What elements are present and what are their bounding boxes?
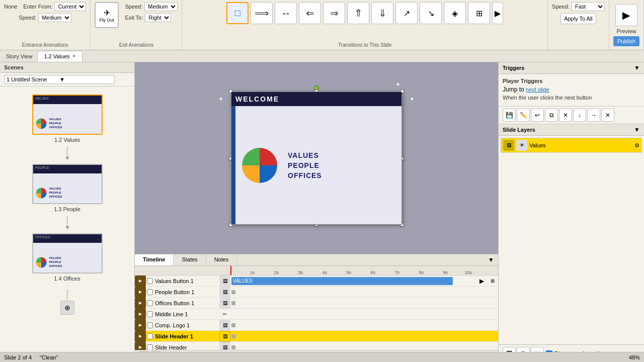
action-down-button[interactable]: ↓ xyxy=(573,109,586,122)
row-end-1[interactable]: ⊞ xyxy=(487,278,498,284)
scene-dropdown[interactable]: 1 Untitled Scene ▼ xyxy=(4,75,115,84)
action-undo-button[interactable]: ↩ xyxy=(531,109,544,122)
scene-list: VALUES VALUESPEOPLEOFFICES 1.2 Val xyxy=(0,86,134,362)
row-track-4[interactable] xyxy=(230,309,476,320)
row-track-7[interactable] xyxy=(230,342,476,350)
table-row: ▶ Offices Button 1 🖼 xyxy=(135,298,498,309)
action-copy-button[interactable]: ⧉ xyxy=(545,109,558,122)
row-track-1[interactable]: VALUES xyxy=(230,276,476,287)
track-bar-1[interactable]: VALUES xyxy=(231,277,453,285)
slide-text-area: VALUES PEOPLE OFFICES xyxy=(284,106,401,224)
row-check-7[interactable] xyxy=(146,344,154,350)
active-tab[interactable]: 1.2 Values ✕ xyxy=(37,51,82,62)
left-action-icon[interactable]: ✦ xyxy=(218,96,223,103)
exit-label: Exit Animations xyxy=(119,40,153,48)
transition-9-btn[interactable]: ↘ xyxy=(420,2,442,24)
slide-text-values: VALUES xyxy=(288,151,397,159)
ruler-spacer xyxy=(135,266,230,275)
row-track-5[interactable] xyxy=(230,320,476,331)
row-check-5[interactable] xyxy=(146,322,154,328)
tab-close-btn[interactable]: ✕ xyxy=(72,53,76,59)
slide-layers-dropdown-icon[interactable]: ▼ xyxy=(634,126,640,133)
ruler-5s: 5s xyxy=(328,270,352,275)
layer-icon2-values: 👁 xyxy=(516,140,527,151)
row-check-3[interactable] xyxy=(146,300,154,306)
track-marker-7[interactable] xyxy=(231,345,235,349)
row-check-4[interactable] xyxy=(146,311,154,317)
apply-to-all-button[interactable]: Apply To All xyxy=(560,13,596,24)
row-label-5: Comp. Logo 1 xyxy=(154,322,219,328)
track-marker-2[interactable] xyxy=(231,290,235,294)
track-marker-6[interactable] xyxy=(231,334,235,338)
row-icon-4: ▶ xyxy=(135,309,146,320)
right-panel: Triggers ▼ Player Triggers Jump to next … xyxy=(498,62,644,362)
slide-canvas[interactable]: WELCOME xyxy=(231,92,402,225)
layer-settings-icon[interactable]: ⚙ xyxy=(634,142,639,149)
row-track-2[interactable] xyxy=(230,287,476,298)
when-desc: When the user clicks the next button xyxy=(503,95,592,101)
slide-container: ✦ ✦ ✦ ✦ WELCOME xyxy=(231,92,402,225)
row-icon-sm-6[interactable]: 🖼 xyxy=(219,331,230,342)
scene-label-1: 1.2 Values xyxy=(54,137,80,143)
track-marker-5[interactable] xyxy=(231,323,235,327)
ruler-1s: 1s xyxy=(231,270,256,275)
action-buttons-row: 💾 ✏️ ↩ ⧉ ✕ ↓ → ✕ xyxy=(499,107,644,124)
transition-10-btn[interactable]: ◈ xyxy=(444,2,466,24)
row-check-6[interactable] xyxy=(146,333,154,339)
action-delete-button[interactable]: ✕ xyxy=(559,109,572,122)
action-close-button[interactable]: ✕ xyxy=(601,109,614,122)
enter-from-select[interactable]: CurrentLeftRight xyxy=(54,2,86,11)
exit-to-select[interactable]: RightLeftTop xyxy=(145,13,171,22)
transition-scroll-btn[interactable]: ▶ xyxy=(492,2,503,24)
enter-from-label: Enter From: xyxy=(23,4,52,10)
action-right-button[interactable]: → xyxy=(587,109,600,122)
row-arrow-1[interactable]: ▶ xyxy=(476,278,487,285)
scene-thumb-2[interactable]: PEOPLE VALUESPEOPLEOFFICES xyxy=(32,164,103,204)
publish-button[interactable]: Publish xyxy=(613,36,639,46)
speed-select-3[interactable]: FastSlowMedium xyxy=(572,2,605,11)
row-icon-2: ▶ xyxy=(135,287,146,298)
speed-select-2[interactable]: MediumSlowFast xyxy=(144,2,178,11)
story-view-tab[interactable]: Story View xyxy=(2,52,36,60)
scene-label-3: 1.4 Offices xyxy=(54,276,80,282)
entrance-animations-section: None Enter From: CurrentLeftRight Speed:… xyxy=(0,0,91,50)
tab-states[interactable]: States xyxy=(174,254,206,265)
row-check-1[interactable] xyxy=(146,278,154,284)
scene-thumb-1[interactable]: VALUES VALUESPEOPLEOFFICES xyxy=(32,95,103,135)
transition-11-btn[interactable]: ⊞ xyxy=(468,2,490,24)
transition-fade-btn[interactable]: ⟹ xyxy=(251,2,273,24)
ruler-8s: 8s xyxy=(400,270,425,275)
fly-out-button[interactable]: ✈ Fly Out xyxy=(95,2,119,28)
row-check-2[interactable] xyxy=(146,289,154,295)
canvas-area[interactable]: ✦ ✦ ✦ ✦ WELCOME xyxy=(135,62,498,254)
transition-3-btn[interactable]: ↔ xyxy=(275,2,297,24)
add-scene-area: ⊕ xyxy=(60,290,74,315)
row-track-6[interactable] xyxy=(230,331,476,342)
transition-5-btn[interactable]: ⇒ xyxy=(323,2,345,24)
timeline-playhead[interactable] xyxy=(230,266,231,275)
top-right-action-icon[interactable]: ✦ xyxy=(395,81,400,88)
track-marker-3[interactable] xyxy=(231,301,235,305)
tab-timeline[interactable]: Timeline xyxy=(135,254,174,265)
action-edit-button[interactable]: ✏️ xyxy=(517,109,530,122)
transition-4-btn[interactable]: ⇐ xyxy=(299,2,321,24)
preview-button[interactable]: ▶ xyxy=(615,4,637,26)
transition-7-btn[interactable]: ⇓ xyxy=(371,2,393,24)
triggers-dropdown-icon[interactable]: ▼ xyxy=(634,64,640,71)
sidebar-header: Scenes xyxy=(0,62,134,73)
ruler-7s: 7s xyxy=(376,270,400,275)
transition-8-btn[interactable]: ↗ xyxy=(395,2,418,24)
speed-select-1[interactable]: MediumSlowFast xyxy=(38,13,71,22)
transition-6-btn[interactable]: ⇑ xyxy=(347,2,369,24)
scene-thumb-3[interactable]: OFFICES VALUESPEOPLEOFFICES xyxy=(32,233,103,274)
slide-text-offices: OFFICES xyxy=(288,171,397,179)
next-slide-link[interactable]: next slide xyxy=(526,86,549,93)
right-action-icon[interactable]: ✦ xyxy=(410,96,415,103)
add-scene-button[interactable]: ⊕ xyxy=(60,301,74,315)
row-track-3[interactable] xyxy=(230,298,476,309)
tab-notes[interactable]: Notes xyxy=(206,254,237,265)
transition-none-btn[interactable]: □ xyxy=(226,2,249,24)
timeline-more-btn[interactable]: ▼ xyxy=(484,254,498,265)
action-save-button[interactable]: 💾 xyxy=(503,109,516,122)
row-icon-5: ▶ xyxy=(135,320,146,331)
